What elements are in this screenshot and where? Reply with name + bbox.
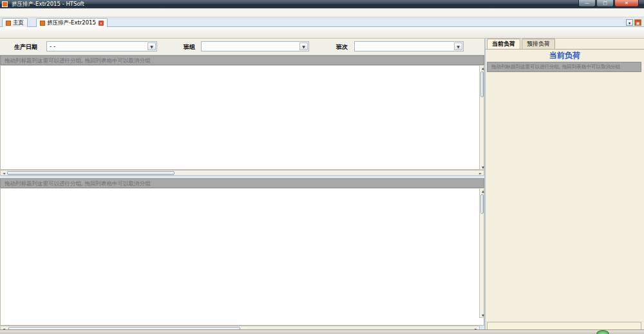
load-panel-title: 当前负荷 [486, 49, 644, 61]
home-tab-icon [6, 21, 11, 26]
tab-home[interactable]: 主页 [2, 18, 28, 27]
shift-filter-label: 班次 [336, 43, 348, 51]
date-filter-combo[interactable]: - - ▼ [46, 41, 157, 51]
group-drop-zone-upper[interactable]: 拖动列标题到这里可以进行分组, 拖回到表格中可以取消分组 [0, 55, 484, 65]
title-bar: 挤压排产-Extr2015 - HTSoft — □ ✕ [0, 0, 644, 8]
window-controls: — □ ✕ [578, 0, 639, 7]
tab-strip: 主页 挤压排产-Extr2015 x ▾ ▣ [0, 17, 644, 27]
group-drop-zone-load[interactable]: 拖动列标题到这里可以进行分组, 拖回到表格中可以取消分组 [487, 62, 641, 72]
group-drop-zone-lower[interactable]: 拖动列标题到这里可以进行分组, 拖回到表格中可以取消分组 [0, 178, 484, 188]
chevron-down-icon[interactable]: ▼ [454, 42, 462, 50]
close-button[interactable]: ✕ [614, 0, 639, 7]
upper-grid-vscrollbar[interactable]: ▲ ▼ [479, 65, 484, 170]
shift-filter-combo[interactable]: ▼ [354, 41, 464, 51]
minimize-button[interactable]: — [578, 0, 596, 7]
tab-close-icon[interactable]: x [99, 21, 104, 26]
load-panel: 当前负荷 预排负荷 当前负荷 拖动列标题到这里可以进行分组, 拖回到表格中可以取… [484, 39, 644, 329]
tab-dropdown-icon[interactable]: ▾ [626, 19, 633, 26]
date-filter-label: 生产日期 [14, 43, 37, 51]
filter-row: 生产日期 - - ▼ 班组 ▼ 班次 ▼ [0, 39, 484, 55]
tab-list-close-icon[interactable]: ▣ [634, 19, 641, 26]
window-title: 挤压排产-Extr2015 - HTSoft [12, 1, 84, 7]
lower-grid [0, 188, 484, 326]
tab-planned-load[interactable]: 预排负荷 [522, 39, 555, 49]
chevron-down-icon[interactable]: ▼ [299, 42, 308, 50]
group-filter-combo[interactable]: ▼ [201, 41, 309, 51]
chevron-down-icon[interactable]: ▼ [147, 42, 156, 50]
upper-grid [0, 65, 484, 170]
upper-grid-hscrollbar[interactable]: ◄ ► [0, 170, 484, 176]
tab-document[interactable]: 挤压排产-Extr2015 x [36, 18, 108, 28]
status-bar [0, 329, 644, 334]
load-panel-tabs: 当前负荷 预排负荷 [487, 39, 556, 49]
tab-current-load[interactable]: 当前负荷 [487, 39, 520, 49]
menu-bar [0, 8, 644, 17]
maximize-button[interactable]: □ [596, 0, 614, 7]
taskbar-app-icon[interactable] [596, 330, 609, 334]
app-icon [2, 1, 8, 7]
toolbar [0, 27, 644, 39]
group-filter-label: 班组 [184, 43, 195, 51]
lower-grid-vscrollbar[interactable]: ▲ ▼ [479, 188, 484, 318]
doc-tab-icon [40, 21, 45, 26]
